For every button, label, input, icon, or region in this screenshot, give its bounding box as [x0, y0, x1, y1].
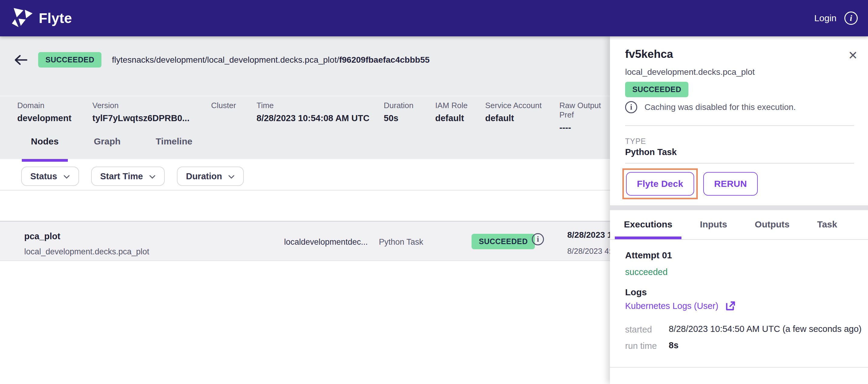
tab-graph[interactable]: Graph: [85, 136, 130, 159]
close-icon[interactable]: ✕: [848, 50, 858, 61]
node-detail-panel: fv5kehca ✕ local_development.decks.pca_p…: [610, 36, 868, 384]
tab-outputs[interactable]: Outputs: [746, 213, 799, 240]
node-start-time-local: 8/28/2023 4:24: [567, 247, 610, 256]
brand[interactable]: Flyte: [11, 7, 72, 29]
view-tabs: Nodes Graph Timeline: [22, 136, 202, 159]
meta-time: Time 8/28/2023 10:54:08 AM UTC: [256, 101, 370, 123]
rerun-button[interactable]: RERUN: [703, 172, 758, 196]
node-start-time: 8/28/2023 10: [567, 230, 610, 240]
chevron-down-icon: [228, 175, 235, 179]
panel-section-band: [610, 205, 868, 210]
meta-duration: Duration 50s: [384, 101, 413, 123]
panel-status-badge: SUCCEEDED: [625, 82, 688, 97]
chevron-down-icon: [63, 175, 70, 179]
tab-executions[interactable]: Executions: [615, 213, 681, 240]
chevron-down-icon: [149, 175, 156, 179]
meta-iam-role: IAM Role default: [435, 101, 468, 123]
meta-domain: Domain development: [17, 101, 71, 123]
tab-task[interactable]: Task: [808, 213, 846, 240]
tab-inputs[interactable]: Inputs: [691, 213, 736, 240]
caching-note: i Caching was disabled for this executio…: [625, 101, 796, 113]
meta-cluster: Cluster: [211, 101, 236, 113]
execution-id: f96209fbaefac4cbbb55: [339, 55, 430, 64]
status-badge: SUCCEEDED: [38, 52, 101, 67]
execution-path-prefix: flytesnacks/development/local_developmen…: [112, 55, 339, 64]
filter-status[interactable]: Status: [21, 166, 79, 186]
table-row[interactable]: pca_plot local_development.decks.pca_plo…: [0, 221, 610, 261]
panel-bottom-divider: [610, 367, 868, 367]
panel-tabs: Executions Inputs Outputs Task: [615, 213, 846, 240]
kubernetes-logs-link[interactable]: Kubernetes Logs (User): [625, 301, 718, 311]
flyte-deck-highlight-box: Flyte Deck: [622, 168, 698, 199]
breadcrumb: SUCCEEDED flytesnacks/development/local_…: [14, 52, 430, 67]
flyte-deck-button[interactable]: Flyte Deck: [626, 172, 694, 196]
run-time-label: run time: [625, 341, 657, 351]
type-value: Python Task: [625, 147, 677, 157]
panel-divider: [625, 163, 854, 163]
node-info-icon[interactable]: i: [532, 233, 544, 245]
node-status-badge: SUCCEEDED: [471, 234, 535, 249]
flyte-logo-icon: [11, 7, 33, 29]
node-subtitle: local_development.decks.pca_plot: [24, 247, 149, 256]
meta-version: Version tylF7yLwqtsz6DPRB0...: [92, 101, 190, 123]
panel-tabs-divider: [610, 239, 868, 240]
table-divider: [0, 190, 610, 191]
run-time-value: 8s: [669, 341, 678, 350]
filter-duration[interactable]: Duration: [177, 166, 244, 186]
info-icon[interactable]: i: [844, 11, 858, 25]
main-content: SUCCEEDED flytesnacks/development/local_…: [0, 36, 610, 384]
external-link-icon[interactable]: [724, 300, 737, 312]
login-button[interactable]: Login: [814, 13, 837, 23]
meta-service-account: Service Account default: [485, 101, 541, 123]
attempt-title: Attempt 01: [625, 250, 672, 260]
tab-nodes[interactable]: Nodes: [22, 136, 68, 159]
back-arrow-icon[interactable]: [14, 54, 28, 66]
panel-divider: [625, 125, 854, 126]
flyte-console: Flyte Login i SUCCEEDED flytesnacks/deve…: [0, 0, 868, 384]
brand-name: Flyte: [39, 10, 72, 26]
execution-path: flytesnacks/development/local_developmen…: [112, 55, 430, 65]
node-name: pca_plot: [24, 231, 60, 242]
top-navbar: Flyte Login i: [0, 0, 868, 36]
panel-subtitle: local_development.decks.pca_plot: [625, 67, 755, 77]
meta-raw-output-prefix: Raw Output Pref ----: [559, 101, 610, 133]
node-task-type: Python Task: [379, 237, 424, 247]
logs-link-row: Kubernetes Logs (User): [625, 300, 737, 312]
started-label: started: [625, 325, 652, 334]
attempt-status[interactable]: succeeded: [625, 267, 668, 277]
filter-start-time[interactable]: Start Time: [91, 166, 165, 186]
tab-timeline[interactable]: Timeline: [147, 136, 202, 159]
node-filters: Status Start Time Duration: [21, 166, 244, 186]
type-label: TYPE: [625, 137, 646, 146]
header-divider: [0, 96, 610, 96]
node-id: localdevelopmentdec...: [284, 237, 368, 247]
execution-metadata: Domain development Version tylF7yLwqtsz6…: [0, 101, 610, 137]
panel-title: fv5kehca: [625, 48, 673, 61]
logs-heading: Logs: [625, 287, 647, 297]
info-icon: i: [625, 101, 637, 113]
started-value: 8/28/2023 10:54:50 AM UTC (a few seconds…: [669, 324, 862, 334]
panel-actions: Flyte Deck RERUN: [622, 168, 758, 199]
